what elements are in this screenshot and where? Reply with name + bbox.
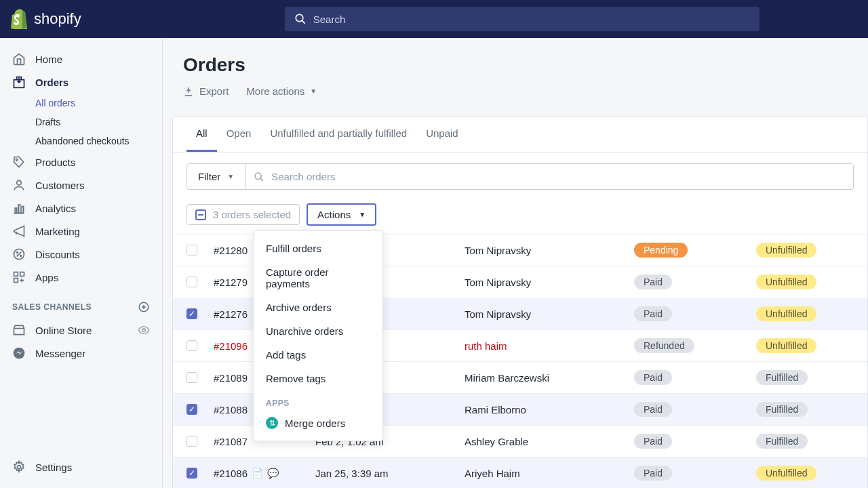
view-store-icon[interactable] [138,324,150,336]
nav-settings[interactable]: Settings [0,455,162,479]
row-checkbox[interactable]: ✓ [186,308,197,319]
payment-status: Paid [634,434,756,449]
fulfillment-status: Unfulfilled [756,466,837,481]
payment-status: Paid [634,402,756,417]
channel-online-store[interactable]: Online Store [0,319,162,342]
settings-icon [12,460,26,474]
global-search-input[interactable] [313,14,750,25]
search-icon [254,171,264,182]
tab-unfulfilled[interactable]: Unfulfilled and partially fulfilled [260,117,416,152]
action-unarchive-orders[interactable]: Unarchive orders [254,319,382,343]
page-title: Orders [183,54,848,76]
select-all-checkbox[interactable] [195,209,206,220]
chevron-down-icon: ▼ [359,211,366,218]
svg-point-10 [20,256,22,257]
products-icon [12,155,26,169]
row-checkbox[interactable]: ✓ [186,404,197,415]
nav-orders[interactable]: Orders [0,70,162,94]
fulfillment-status: Fulfilled [756,402,837,417]
bulk-actions-button[interactable]: Actions ▼ [307,203,376,226]
search-orders-input[interactable] [269,164,845,189]
search-icon [294,13,307,25]
actions-dropdown: Fulfill orders Capture order payments Ar… [253,230,383,441]
svg-point-18 [255,173,261,179]
svg-rect-5 [15,208,17,214]
svg-point-0 [296,14,303,22]
svg-rect-13 [14,279,18,283]
action-fulfill-orders[interactable]: Fulfill orders [254,237,382,260]
nav-marketing[interactable]: Marketing [0,220,162,243]
order-customer[interactable]: ruth haim [465,340,634,352]
nav-products[interactable]: Products [0,150,162,174]
filter-button[interactable]: Filter ▼ [187,164,245,189]
subnav-drafts[interactable]: Drafts [0,113,162,131]
fulfillment-status: Unfulfilled [756,338,837,353]
row-checkbox[interactable] [186,372,197,383]
order-customer[interactable]: Tom Nipravsky [465,245,634,256]
actions-apps-header: APPS [254,390,382,411]
row-checkbox[interactable] [186,277,197,287]
action-capture-payments[interactable]: Capture order payments [254,260,382,296]
svg-point-4 [17,180,22,185]
apps-icon [12,270,26,284]
payment-status: Refunded [634,338,756,353]
top-bar: shopify [0,0,868,38]
channel-messenger[interactable]: Messenger [0,342,162,365]
action-remove-tags[interactable]: Remove tags [254,367,382,390]
row-checkbox[interactable]: ✓ [186,468,197,479]
export-button[interactable]: Export [183,85,229,97]
subnav-all-orders[interactable]: All orders [0,94,162,113]
nav-analytics[interactable]: Analytics [0,197,162,220]
row-checkbox[interactable] [186,245,197,256]
tab-unpaid[interactable]: Unpaid [416,117,468,152]
fulfillment-status: Unfulfilled [756,306,837,321]
order-customer[interactable]: Tom Nipravsky [465,277,634,288]
discounts-icon [12,247,26,261]
action-merge-orders[interactable]: ⇅ Merge orders [254,411,382,435]
merge-app-icon: ⇅ [266,417,278,429]
global-search[interactable] [285,7,760,31]
nav-customers[interactable]: Customers [0,174,162,197]
order-id[interactable]: #21086 📄💬 [214,468,315,479]
table-row[interactable]: ✓#21086 📄💬Jan 25, 3:39 amAriyeh HaimPaid… [173,457,867,488]
nav-home[interactable]: Home [0,47,162,70]
row-checkbox[interactable] [186,340,197,351]
customers-icon [12,178,26,192]
svg-point-15 [142,329,146,332]
add-channel-icon[interactable] [138,301,150,313]
fulfillment-status: Unfulfilled [756,243,837,258]
svg-rect-12 [20,272,24,277]
messenger-icon [12,346,26,360]
more-actions-button[interactable]: More actions ▼ [246,85,317,97]
fulfillment-status: Fulfilled [756,434,837,449]
payment-status: Paid [634,370,756,385]
marketing-icon [12,224,26,238]
svg-rect-6 [18,205,20,214]
chevron-down-icon: ▼ [227,173,234,180]
tab-open[interactable]: Open [217,117,261,152]
sales-channels-header: SALES CHANNELS [0,289,162,319]
fulfillment-status: Unfulfilled [756,274,837,289]
fulfillment-status: Fulfilled [756,370,837,385]
svg-point-9 [17,252,18,253]
order-customer[interactable]: Ashley Grable [465,436,634,447]
order-customer[interactable]: Tom Nipravsky [465,308,634,320]
subnav-abandoned[interactable]: Abandoned checkouts [0,131,162,150]
order-customer[interactable]: Miriam Barczewski [465,372,634,384]
order-customer[interactable]: Rami Elborno [465,404,634,415]
payment-status: Paid [634,466,756,481]
export-icon [183,86,194,97]
action-add-tags[interactable]: Add tags [254,343,382,367]
nav-discounts[interactable]: Discounts [0,243,162,266]
brand-logo: shopify [11,9,81,29]
nav-apps[interactable]: Apps [0,266,162,289]
tab-all[interactable]: All [186,117,217,152]
selection-summary: 3 orders selected [186,204,300,225]
row-checkbox[interactable] [186,436,197,447]
svg-line-19 [260,178,263,181]
analytics-icon [12,201,26,215]
payment-status: Paid [634,306,756,321]
action-archive-orders[interactable]: Archive orders [254,296,382,319]
home-icon [12,52,26,66]
order-customer[interactable]: Ariyeh Haim [465,468,634,479]
